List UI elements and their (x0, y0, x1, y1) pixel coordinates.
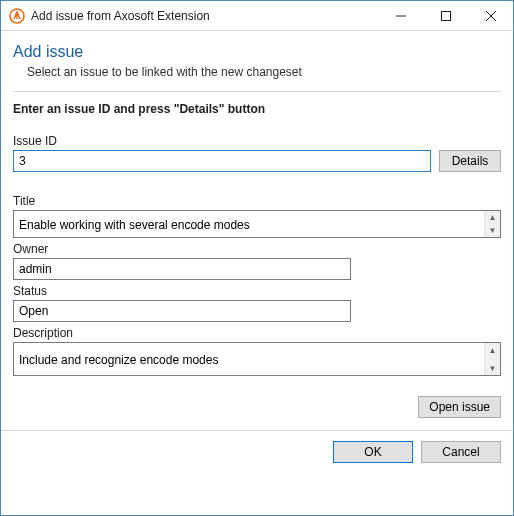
scroll-down-icon[interactable]: ▼ (485, 224, 500, 237)
window-controls (378, 1, 513, 30)
scroll-down-icon[interactable]: ▼ (485, 361, 500, 375)
description-scrollbar[interactable]: ▲ ▼ (484, 343, 500, 375)
cancel-button[interactable]: Cancel (421, 441, 501, 463)
dialog-footer: OK Cancel (1, 430, 513, 473)
app-icon (9, 8, 25, 24)
issue-id-label: Issue ID (13, 134, 501, 148)
description-label: Description (13, 326, 501, 340)
content-area: Add issue Select an issue to be linked w… (1, 31, 513, 473)
divider (13, 91, 501, 92)
title-label: Title (13, 194, 501, 208)
scroll-up-icon[interactable]: ▲ (485, 343, 500, 357)
maximize-button[interactable] (423, 1, 468, 30)
issue-id-input[interactable] (13, 150, 431, 172)
open-issue-button[interactable]: Open issue (418, 396, 501, 418)
details-button[interactable]: Details (439, 150, 501, 172)
status-label: Status (13, 284, 501, 298)
title-scrollbar[interactable]: ▲ ▼ (484, 211, 500, 237)
page-heading: Add issue (13, 43, 501, 61)
description-field[interactable] (13, 342, 501, 376)
owner-field[interactable] (13, 258, 351, 280)
scroll-up-icon[interactable]: ▲ (485, 211, 500, 224)
owner-label: Owner (13, 242, 501, 256)
minimize-button[interactable] (378, 1, 423, 30)
svg-rect-1 (441, 11, 450, 20)
status-field[interactable] (13, 300, 351, 322)
window-title: Add issue from Axosoft Extension (31, 9, 378, 23)
instruction-text: Enter an issue ID and press "Details" bu… (13, 102, 501, 116)
titlebar: Add issue from Axosoft Extension (1, 1, 513, 31)
close-button[interactable] (468, 1, 513, 30)
ok-button[interactable]: OK (333, 441, 413, 463)
page-subheading: Select an issue to be linked with the ne… (27, 65, 501, 79)
title-field[interactable] (13, 210, 501, 238)
